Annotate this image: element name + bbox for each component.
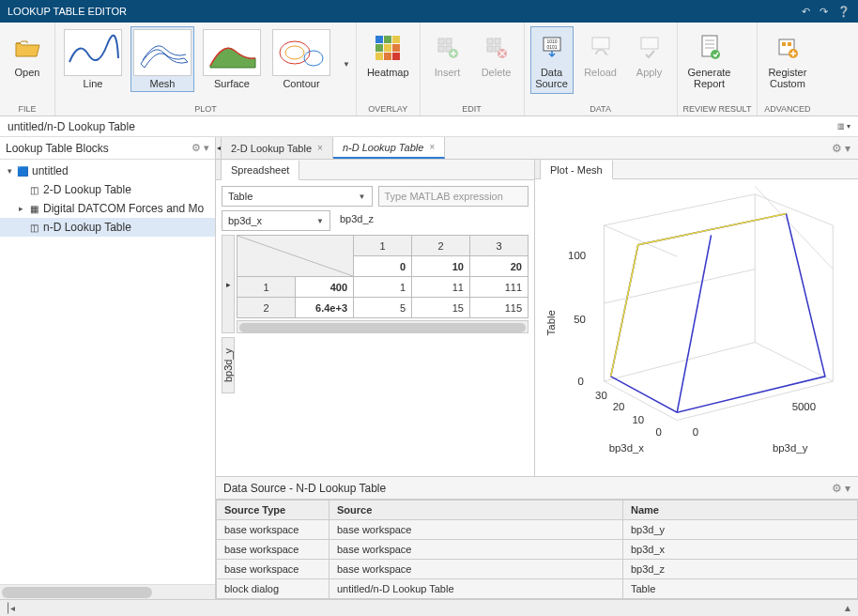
ribbon-group-data: 10100101 Data Source Reload Apply DATA — [525, 23, 678, 116]
plot-pane: Plot - Mesh — [535, 160, 858, 476]
svg-point-16 — [449, 49, 458, 58]
contour-plot-icon — [272, 29, 330, 76]
view-options-icon[interactable]: ▥ ▾ — [837, 122, 850, 131]
collapse-handle[interactable]: ▸ — [222, 235, 235, 333]
insert-button: Insert — [426, 26, 469, 83]
svg-rect-19 — [487, 46, 493, 52]
grid-scrollbar[interactable] — [237, 320, 529, 333]
titlebar: LOOKUP TABLE EDITOR ↶ ↷ ❔ — [0, 0, 858, 23]
tree-item-nd[interactable]: ◫ n-D Lookup Table — [0, 218, 215, 237]
generate-report-button[interactable]: Generate Report — [683, 26, 736, 94]
row-index[interactable]: 2 — [237, 298, 296, 318]
cell[interactable]: 115 — [470, 298, 529, 318]
breadcrumb[interactable]: untitled/n-D Lookup Table ▥ ▾ — [0, 116, 858, 137]
y-breakpoint-label: bp3d_y — [221, 345, 236, 386]
ds-row[interactable]: block dialoguntitled/n-D Lookup TableTab… — [217, 579, 858, 599]
register-icon — [771, 31, 804, 65]
cell[interactable]: 11 — [412, 277, 470, 298]
plot-mesh-button[interactable]: Mesh — [130, 26, 194, 92]
expression-input[interactable]: Type MATLAB expression — [378, 186, 529, 207]
svg-text:bp3d_x: bp3d_x — [609, 442, 645, 454]
svg-rect-17 — [487, 38, 493, 44]
heatmap-button[interactable]: Heatmap — [362, 26, 414, 83]
sidebar-options-icon[interactable]: ⚙ ▾ — [192, 142, 209, 154]
folder-open-icon — [10, 31, 44, 65]
undo-icon[interactable]: ↶ — [802, 6, 810, 18]
col-index[interactable]: 2 — [412, 236, 470, 256]
report-icon — [693, 31, 727, 65]
x-breakpoint-select[interactable]: bp3d_x▼ — [222, 210, 330, 231]
apply-icon — [633, 31, 666, 65]
cell[interactable]: 111 — [470, 277, 529, 298]
tab-nd[interactable]: n-D Lookup Table × — [333, 137, 445, 159]
bp-col[interactable]: 10 — [412, 256, 470, 277]
tree: ▾ 🟦 untitled ◫ 2-D Lookup Table ▸ ▦ Digi… — [0, 160, 215, 584]
tab-2d[interactable]: 2-D Lookup Table × — [222, 137, 333, 159]
data-source-icon: 10100101 — [535, 31, 569, 65]
svg-rect-5 — [392, 36, 400, 43]
sidebar-scrollbar[interactable] — [0, 584, 215, 599]
delete-icon — [480, 31, 513, 65]
data-source-panel: Data Source - N-D Lookup Table ⚙ ▾ Sourc… — [216, 476, 858, 599]
tree-item-root[interactable]: ▾ 🟦 untitled — [0, 162, 215, 180]
svg-rect-8 — [392, 44, 400, 52]
y-axis-handle[interactable]: bp3d_y — [222, 337, 235, 393]
svg-rect-3 — [375, 36, 383, 43]
plot-surface-button[interactable]: Surface — [200, 26, 264, 92]
model-icon: 🟦 — [15, 164, 30, 177]
col-index[interactable]: 3 — [470, 236, 529, 256]
apply-button: Apply — [628, 26, 671, 83]
panel-options-icon[interactable]: ⚙ ▾ — [832, 482, 850, 495]
col-index[interactable]: 1 — [354, 236, 412, 256]
close-icon[interactable]: × — [317, 143, 323, 153]
ds-row[interactable]: base workspacebase workspacebp3d_y — [217, 520, 858, 540]
table-select[interactable]: Table▼ — [222, 186, 373, 207]
status-bar: ⎮◂ ▲ — [0, 599, 858, 616]
svg-rect-34 — [788, 42, 791, 46]
register-custom-button[interactable]: Register Custom — [763, 26, 811, 94]
row-index[interactable]: 1 — [237, 277, 296, 298]
cell[interactable]: 1 — [354, 277, 412, 298]
spreadsheet-grid[interactable]: 1 2 3 0 10 20 1 — [237, 235, 529, 318]
svg-point-0 — [280, 41, 310, 64]
svg-line-39 — [604, 225, 677, 256]
data-source-button[interactable]: 10100101 Data Source — [530, 26, 574, 94]
cell[interactable]: 15 — [412, 298, 470, 318]
tab-options-icon[interactable]: ⚙ ▾ — [824, 137, 858, 159]
svg-rect-25 — [592, 38, 609, 49]
plot-contour-button[interactable]: Contour — [269, 26, 333, 92]
plot-more-icon[interactable]: ▼ — [343, 60, 350, 69]
sidebar: Lookup Table Blocks ⚙ ▾ ▾ 🟦 untitled ◫ 2… — [0, 137, 216, 599]
col-source-type[interactable]: Source Type — [217, 500, 329, 520]
lut-icon: ◫ — [26, 221, 41, 234]
plot-line-button[interactable]: Line — [61, 26, 125, 92]
svg-text:100: 100 — [568, 250, 586, 261]
cell[interactable]: 5 — [354, 298, 412, 318]
tree-item-datcom[interactable]: ▸ ▦ Digital DATCOM Forces and Mo — [0, 199, 215, 218]
ds-row[interactable]: base workspacebase workspacebp3d_z — [217, 560, 858, 579]
bp-row[interactable]: 400 — [296, 277, 354, 298]
plot-canvas[interactable]: 0 50 100 Table 30 20 10 0 bp3d_x 0 5000 … — [535, 179, 858, 476]
col-name[interactable]: Name — [623, 500, 858, 520]
svg-rect-4 — [384, 36, 391, 43]
collapse-panel-icon[interactable]: ▲ — [843, 603, 852, 613]
redo-icon[interactable]: ↷ — [820, 6, 828, 18]
open-button[interactable]: Open — [6, 26, 49, 83]
tree-item-2d[interactable]: ◫ 2-D Lookup Table — [0, 180, 215, 199]
help-icon[interactable]: ❔ — [837, 6, 850, 18]
svg-rect-11 — [392, 53, 400, 60]
col-source[interactable]: Source — [329, 500, 623, 520]
expand-icon[interactable]: ▾ — [4, 166, 15, 176]
plot-tab[interactable]: Plot - Mesh — [541, 161, 613, 179]
svg-text:30: 30 — [595, 390, 607, 401]
bp-col[interactable]: 0 — [354, 256, 412, 277]
nav-first-icon[interactable]: ⎮◂ — [6, 603, 15, 613]
bp-col[interactable]: 20 — [470, 256, 529, 277]
close-icon[interactable]: × — [429, 142, 435, 152]
ds-row[interactable]: base workspacebase workspacebp3d_x — [217, 540, 858, 560]
spreadsheet-tab[interactable]: Spreadsheet — [222, 161, 299, 180]
expand-icon[interactable]: ▸ — [15, 204, 26, 213]
svg-text:10: 10 — [633, 414, 645, 425]
bp-row[interactable]: 6.4e+3 — [296, 298, 354, 318]
data-source-header: Data Source - N-D Lookup Table ⚙ ▾ — [216, 477, 858, 500]
